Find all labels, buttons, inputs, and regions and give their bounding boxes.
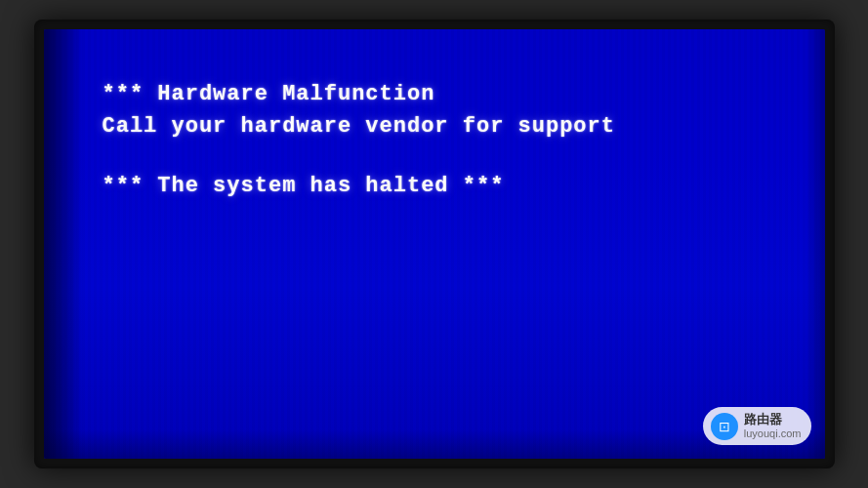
- watermark-site-url: luyouqi.com: [744, 427, 802, 440]
- monitor-screen: *** Hardware Malfunction Call your hardw…: [44, 29, 825, 459]
- watermark-icon: ⊡: [711, 413, 738, 440]
- watermark-texts: 路由器 luyouqi.com: [744, 412, 802, 440]
- photo-frame: *** Hardware Malfunction Call your hardw…: [0, 0, 868, 488]
- watermark: ⊡ 路由器 luyouqi.com: [703, 407, 811, 445]
- monitor-bezel: *** Hardware Malfunction Call your hardw…: [34, 20, 835, 468]
- bsod-content: *** Hardware Malfunction Call your hardw…: [103, 78, 766, 202]
- router-icon: ⊡: [719, 419, 730, 434]
- bsod-spacer: [103, 142, 766, 170]
- right-shadow: [806, 29, 825, 459]
- bsod-line-2: Call your hardware vendor for support: [103, 110, 766, 142]
- left-shadow: [44, 29, 83, 459]
- bsod-line-3: *** The system has halted ***: [103, 170, 766, 202]
- watermark-site-name: 路由器: [744, 412, 802, 427]
- bsod-line-1: *** Hardware Malfunction: [103, 78, 766, 110]
